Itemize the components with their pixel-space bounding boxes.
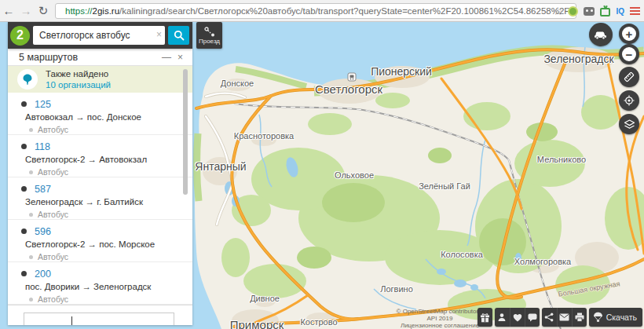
profile-button[interactable] [495, 308, 510, 327]
heart-icon [513, 313, 522, 322]
transport-type-bullet-icon [29, 213, 33, 217]
gift-icon [480, 313, 490, 323]
route-icon [204, 27, 215, 37]
route-list-item[interactable]: 587 Зеленоградск → г. Балтийск Автобус [8, 177, 192, 220]
screen: ← → ↻ https://2gis.ru/kaliningrad/search… [0, 0, 644, 329]
search-button[interactable] [168, 26, 189, 45]
panel-scrollbar[interactable] [183, 69, 188, 195]
transport-type-bullet-icon [29, 298, 33, 302]
favorites-button[interactable] [510, 308, 525, 327]
browser-menu-icon[interactable] [630, 7, 640, 15]
transport-type-label: Автобус [38, 125, 68, 134]
map-attribution: © OpenStreetMap contributors, API 2019 Л… [391, 308, 488, 329]
back-button-icon[interactable]: ← [0, 4, 17, 17]
transport-type-bullet-icon [29, 170, 33, 174]
traffic-button[interactable] [589, 23, 613, 46]
minimize-panel-icon[interactable]: — [159, 52, 174, 63]
map-bottom-toolbar: Скачать [478, 308, 642, 327]
url-text: https://2gis.ru/kaliningrad/search/Светл… [65, 6, 576, 16]
transport-type-label: Автобус [38, 210, 68, 219]
route-number-link[interactable]: 587 [35, 184, 51, 195]
bookmark-star-icon[interactable]: ☆ [553, 5, 563, 17]
route-direction: Светлогорск-2 → пос. Морское [25, 239, 192, 249]
transport-type-label: Автобус [38, 294, 68, 304]
route-bullet-icon [21, 101, 27, 107]
feedback-input[interactable] [24, 313, 174, 325]
transport-type-label: Автобус [38, 167, 68, 177]
extension-green-icon[interactable] [568, 6, 578, 16]
search-bar: 2 × [8, 22, 192, 49]
route-direction: пос. Дворики → Зеленоградск [25, 282, 192, 291]
route-direction: Зеленоградск → г. Балтийск [25, 197, 192, 207]
extension-tv-icon[interactable] [600, 8, 610, 16]
text-caret [71, 316, 72, 325]
zoom-in-button[interactable]: + [619, 24, 639, 44]
also-found-block[interactable]: Также найдено 10 организаций [8, 66, 192, 93]
zoom-out-button[interactable]: − [619, 44, 639, 64]
route-number-link[interactable]: 118 [35, 141, 50, 152]
clear-search-icon[interactable]: × [156, 29, 162, 41]
envelope-icon [559, 313, 569, 321]
transport-type-label: Автобус [38, 252, 68, 261]
gift-button[interactable] [478, 308, 492, 327]
route-bullet-icon [21, 228, 27, 234]
address-bar[interactable]: https://2gis.ru/kaliningrad/search/Светл… [55, 3, 576, 19]
results-panel: 5 маршрутов — × Также найдено 10 организ… [8, 49, 192, 325]
panel-header: 5 маршрутов — × [8, 49, 192, 66]
share-icon [544, 313, 554, 322]
extension-iq-icon[interactable]: IQ [616, 7, 624, 16]
route-number-link[interactable]: 125 [35, 99, 51, 110]
map-pin-icon [23, 74, 32, 86]
route-list-item[interactable]: 125 Автовокзал → пос. Донское Автобус [8, 93, 192, 135]
panel-bottom [8, 305, 192, 325]
ruler-icon [624, 71, 635, 82]
download-label: Скачать [606, 313, 637, 322]
forward-button-icon[interactable]: → [17, 4, 35, 17]
results-count: 5 маршрутов [19, 52, 78, 63]
search-icon [174, 30, 185, 41]
route-list-item[interactable]: 200 пос. Дворики → Зеленоградск Автобус [8, 262, 192, 305]
also-found-title: Также найдено [46, 68, 111, 79]
browser-extension-area: ☆ IQ [553, 0, 640, 22]
route-list-item[interactable]: 596 Светлогорск-2 → пос. Морское Автобус [8, 220, 192, 262]
extension-widget-icon[interactable] [584, 7, 595, 16]
route-bullet-icon [21, 271, 27, 276]
route-bullet-icon [21, 186, 27, 192]
my-location-button[interactable] [619, 90, 639, 111]
directions-button[interactable]: Проезд [196, 22, 222, 49]
transport-type-bullet-icon [29, 128, 33, 132]
person-icon [497, 313, 507, 322]
close-panel-icon[interactable]: × [174, 52, 186, 63]
route-bullet-icon [21, 144, 27, 149]
share-button[interactable] [542, 308, 557, 327]
printer-icon [575, 313, 584, 322]
route-number-link[interactable]: 596 [35, 226, 51, 237]
reload-button-icon[interactable]: ↻ [35, 4, 52, 18]
routes-list: 125 Автовокзал → пос. Донское Автобус 11… [8, 93, 192, 305]
email-button[interactable] [557, 308, 572, 327]
route-direction: Светлогорск-2 → Автовокзал [25, 155, 192, 164]
pin-badge [17, 69, 38, 90]
license-agreement-link[interactable]: Лицензионное соглашение [401, 322, 479, 329]
browser-toolbar: ← → ↻ https://2gis.ru/kaliningrad/search… [0, 0, 644, 22]
organizations-link[interactable]: 10 организаций [46, 79, 111, 90]
route-number-link[interactable]: 200 [35, 269, 51, 280]
layers-button[interactable] [619, 114, 639, 134]
chat-bubble-icon [528, 313, 537, 322]
car-icon [594, 30, 608, 39]
locate-icon [624, 95, 635, 106]
download-app-button[interactable]: Скачать [589, 308, 642, 327]
parachute-icon [593, 312, 603, 323]
directions-label: Проезд [199, 38, 220, 45]
ruler-button[interactable] [619, 67, 639, 87]
transport-type-bullet-icon [29, 255, 33, 259]
feedback-button[interactable] [525, 308, 540, 327]
station-icon [348, 73, 356, 81]
layers-icon [624, 119, 635, 130]
route-list-item[interactable]: 118 Светлогорск-2 → Автовокзал Автобус [8, 135, 192, 177]
search-input[interactable] [33, 26, 165, 45]
route-direction: Автовокзал → пос. Донское [25, 112, 192, 122]
osm-attribution: © OpenStreetMap contributors, API 2019 [391, 308, 488, 322]
2gis-logo[interactable]: 2 [10, 26, 30, 46]
print-button[interactable] [572, 308, 587, 327]
